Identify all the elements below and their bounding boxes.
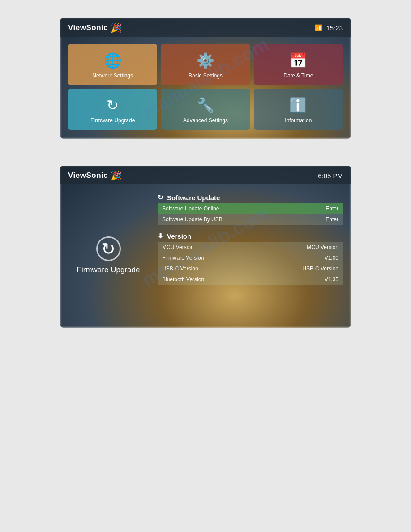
firmware-right-panel: ↻ Software Update Software Update Online… [158,193,343,317]
tile-label-network: Network Settings [92,73,133,79]
software-update-table: Software Update OnlineEnterSoftware Upda… [158,203,343,225]
header-right2: 6:05 PM [318,172,343,180]
software-update-section: ↻ Software Update Software Update Online… [158,193,343,225]
tile-icon-basic: ⚙️ [197,52,214,69]
wifi-icon1: 📶 [315,24,322,31]
menu-grid: 🌐Network Settings⚙️Basic Settings📅Date &… [60,37,351,139]
version-title-row: ⬇ Version [158,232,343,240]
update-row-1[interactable]: Software Update By USBEnter [158,214,343,225]
version-row-0: MCU VersionMCU Version [158,242,343,253]
version-row-3: Bluetooth VersionV1.35 [158,274,343,285]
software-update-title: Software Update [167,194,220,202]
tile-label-basic: Basic Settings [188,73,223,79]
software-update-title-row: ↻ Software Update [158,193,343,202]
logo-text2: ViewSonic [68,171,108,180]
firmware-left-panel: ↻ Firmware Upgrade [68,193,158,317]
tile-firmware[interactable]: ↻Firmware Upgrade [68,89,157,130]
update-label-0: Software Update Online [158,203,299,214]
version-label-1: Firmware Version [158,253,256,263]
software-update-icon: ↻ [158,193,163,202]
tile-info[interactable]: ℹ️Information [254,89,343,130]
main-menu-screen: manualslib.com ViewSonic 🎉 📶 15:23 🌐Netw… [60,18,351,139]
tile-icon-advanced: 🔧 [197,97,214,114]
version-row-2: USB-C VersionUSB-C Version [158,263,343,274]
logo-emoji2: 🎉 [111,170,122,181]
version-section: ⬇ Version MCU VersionMCU VersionFirmware… [158,232,343,285]
screen2-header: ViewSonic 🎉 6:05 PM [60,166,351,184]
logo1: ViewSonic 🎉 [68,22,122,33]
version-label-0: MCU Version [158,242,256,253]
version-title: Version [167,232,191,240]
firmware-upgrade-icon: ↻ [96,236,121,261]
tile-label-info: Information [285,117,312,124]
time-display1: 15:23 [326,24,343,32]
tile-basic[interactable]: ⚙️Basic Settings [161,44,250,85]
version-value-2: USB-C Version [256,263,343,274]
version-value-0: MCU Version [256,242,343,253]
screens-wrapper: manualslib.com ViewSonic 🎉 📶 15:23 🌐Netw… [60,18,351,328]
firmware-screen: manualslib.com ViewSonic 🎉 6:05 PM ↻ Fir… [60,166,351,328]
update-row-0[interactable]: Software Update OnlineEnter [158,203,343,214]
time-display2: 6:05 PM [318,172,343,180]
tile-label-advanced: Advanced Settings [183,117,228,124]
logo-text1: ViewSonic [68,23,108,32]
version-label-3: Bluetooth Version [158,274,256,285]
screen2-content: ViewSonic 🎉 6:05 PM ↻ Firmware Upgrade ↻ [60,166,351,328]
tile-label-datetime: Date & Time [283,73,313,79]
tile-network[interactable]: 🌐Network Settings [68,44,157,85]
version-value-1: V1.00 [256,253,343,263]
tile-icon-network: 🌐 [104,52,122,69]
screen1-content: ViewSonic 🎉 📶 15:23 🌐Network Settings⚙️B… [60,18,351,139]
version-icon: ⬇ [158,232,163,240]
version-value-3: V1.35 [256,274,343,285]
tile-label-firmware: Firmware Upgrade [90,117,135,124]
version-label-2: USB-C Version [158,263,256,274]
update-label-1: Software Update By USB [158,214,299,225]
logo2: ViewSonic 🎉 [68,170,122,181]
tile-datetime[interactable]: 📅Date & Time [254,44,343,85]
update-value-0: Enter [299,203,343,214]
firmware-body: ↻ Firmware Upgrade ↻ Software Update Sof… [60,184,351,328]
tile-advanced[interactable]: 🔧Advanced Settings [161,89,250,130]
logo-emoji1: 🎉 [111,22,122,33]
version-table: MCU VersionMCU VersionFirmware VersionV1… [158,242,343,285]
screen1-header: ViewSonic 🎉 📶 15:23 [60,18,351,37]
version-row-1: Firmware VersionV1.00 [158,253,343,263]
tile-icon-info: ℹ️ [289,97,307,114]
firmware-upgrade-label: Firmware Upgrade [77,266,140,275]
header-right1: 📶 15:23 [315,24,343,32]
update-value-1: Enter [299,214,343,225]
tile-icon-firmware: ↻ [107,97,119,114]
tile-icon-datetime: 📅 [289,52,307,69]
